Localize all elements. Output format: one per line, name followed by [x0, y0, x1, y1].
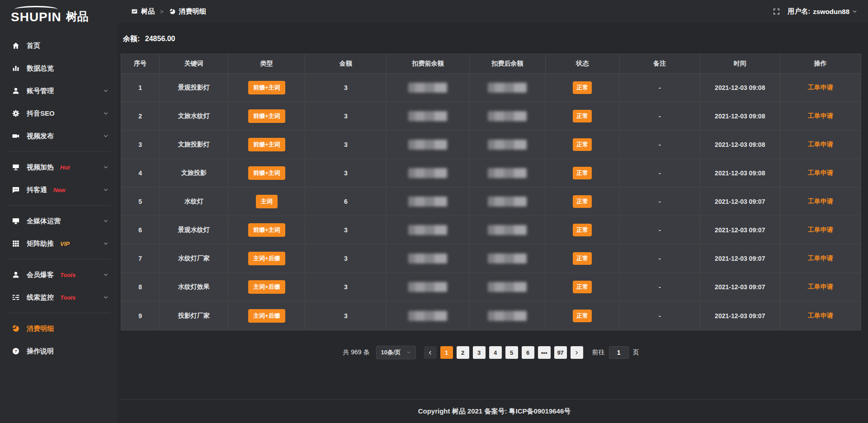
pagination-prev-button[interactable] — [424, 346, 437, 359]
masked-balance-before — [408, 225, 447, 235]
chevron-down-icon — [406, 350, 411, 355]
cell-type: 主词+后缀 — [228, 244, 305, 273]
cell-amount: 3 — [305, 301, 387, 330]
sidebar-item-douyin-seo[interactable]: 抖音SEO — [0, 102, 118, 125]
logo-arc — [14, 6, 58, 13]
balance-label: 余额: — [123, 35, 140, 42]
pagination-ellipsis[interactable]: ••• — [538, 346, 551, 359]
cell-status: 正常 — [546, 216, 620, 244]
cell-time: 2021-12-03 09:07 — [700, 244, 780, 273]
type-badge: 前缀+主词 — [248, 138, 285, 151]
sidebar-item-all-media-operation[interactable]: 全媒体运营 — [0, 210, 118, 232]
cell-action: 工单申请 — [780, 244, 861, 273]
sidebar-item-douketong[interactable]: 抖客通New — [0, 179, 118, 201]
goto-page-input[interactable] — [609, 346, 629, 359]
cell-index: 1 — [121, 74, 160, 102]
sidebar-item-label: 抖音SEO — [27, 109, 55, 118]
pagination-page-6[interactable]: 6 — [522, 346, 534, 359]
page-size-select[interactable]: 10条/页 — [376, 346, 416, 359]
cell-balance-after — [470, 188, 546, 216]
ticket-request-link[interactable]: 工单申请 — [808, 226, 833, 234]
sidebar-item-label: 抖客通 — [27, 186, 47, 194]
status-badge: 正常 — [573, 167, 592, 179]
user-menu[interactable]: 用户名: zswodun88 — [788, 7, 857, 16]
sidebar-item-operation-guide[interactable]: 操作说明 — [0, 340, 118, 362]
masked-balance-before — [408, 168, 447, 178]
sidebar-item-label: 操作说明 — [27, 347, 54, 356]
content-area: 余额: 24856.00 序号关键词类型金额扣费前余额扣费后余额状态备注时间操作… — [118, 23, 868, 385]
sidebar-item-matrix-boost[interactable]: 矩阵助推VIP — [0, 232, 118, 255]
type-badge: 主词+后缀 — [248, 252, 285, 265]
cell-status: 正常 — [546, 74, 620, 102]
column-header: 类型 — [228, 54, 305, 74]
cell-balance-before — [387, 301, 469, 330]
table-row: 8水纹灯效果主词+后缀3正常-2021-12-03 09:07工单申请 — [121, 273, 861, 301]
copyright-text: Copyright 树品 2021 备案号: 粤ICP备09019646号 — [418, 407, 571, 416]
cell-type: 主词+后缀 — [228, 301, 305, 330]
pagination-page-5[interactable]: 5 — [505, 346, 518, 359]
table-row: 1景观投影灯前缀+主词3正常-2021-12-03 09:08工单申请 — [121, 74, 861, 102]
cell-remark: - — [620, 188, 700, 216]
sidebar-divider — [7, 151, 110, 152]
sidebar-item-member-baoke[interactable]: 会员爆客Tools — [0, 263, 118, 286]
cell-index: 8 — [121, 273, 160, 301]
pagination-page-97[interactable]: 97 — [554, 346, 567, 359]
username-value: zswodun88 — [813, 8, 849, 15]
sidebar-item-data-overview[interactable]: 数据总览 — [0, 57, 118, 80]
sidebar-item-account-management[interactable]: 账号管理 — [0, 80, 118, 102]
cell-action: 工单申请 — [780, 102, 861, 131]
sidebar-item-home[interactable]: 首页 — [0, 34, 118, 57]
cell-keyword: 文旅投影灯 — [160, 131, 228, 159]
type-badge: 主词+后缀 — [248, 280, 285, 294]
masked-balance-before — [408, 111, 447, 121]
breadcrumb-root[interactable]: 树品 — [141, 7, 155, 16]
cell-status: 正常 — [546, 159, 620, 188]
sidebar-item-badge: Tools — [60, 272, 75, 278]
sidebar-item-consumption-details[interactable]: 消费明细 — [0, 317, 118, 340]
sidebar-item-video-publish[interactable]: 视频发布 — [0, 125, 118, 147]
cell-type: 主词 — [228, 188, 305, 216]
cell-status: 正常 — [546, 301, 620, 330]
pagination-page-4[interactable]: 4 — [489, 346, 502, 359]
cell-amount: 3 — [305, 244, 387, 273]
username-label: 用户名: — [788, 7, 810, 16]
table-row: 5水纹灯主词6正常-2021-12-03 09:07工单申请 — [121, 188, 861, 216]
cell-amount: 3 — [305, 159, 387, 188]
cell-action: 工单申请 — [780, 216, 861, 244]
user-icon — [12, 271, 20, 279]
sidebar-item-label: 线索监控 — [27, 293, 54, 302]
chevron-down-icon — [103, 133, 108, 139]
status-badge: 正常 — [573, 281, 592, 293]
ticket-request-link[interactable]: 工单申请 — [808, 254, 833, 263]
pagination-page-2[interactable]: 2 — [457, 346, 469, 359]
cell-keyword: 文旅投影 — [160, 159, 228, 188]
ticket-request-link[interactable]: 工单申请 — [808, 84, 833, 92]
pagination-page-3[interactable]: 3 — [473, 346, 486, 359]
ticket-request-link[interactable]: 工单申请 — [808, 169, 833, 177]
ticket-request-link[interactable]: 工单申请 — [808, 283, 833, 291]
status-badge: 正常 — [573, 252, 592, 265]
balance-value: 24856.00 — [145, 35, 175, 42]
sidebar-item-clue-monitoring[interactable]: 线索监控Tools — [0, 286, 118, 309]
sidebar-item-video-heating[interactable]: 视频加热Hot — [0, 156, 118, 179]
screen-icon — [12, 163, 20, 171]
masked-balance-before — [408, 282, 447, 292]
cell-keyword: 水纹灯厂家 — [160, 244, 228, 273]
pagination-page-1[interactable]: 1 — [440, 346, 453, 359]
type-badge: 主词 — [256, 195, 278, 208]
pagination-next-button[interactable] — [571, 346, 583, 359]
ticket-request-link[interactable]: 工单申请 — [808, 112, 833, 120]
ticket-request-link[interactable]: 工单申请 — [808, 141, 833, 149]
column-header: 备注 — [620, 54, 700, 74]
column-header: 状态 — [546, 54, 620, 74]
cell-remark: - — [620, 273, 700, 301]
ticket-request-link[interactable]: 工单申请 — [808, 312, 833, 320]
app-logo[interactable]: SHUPIN 树品 — [0, 0, 118, 28]
ticket-request-link[interactable]: 工单申请 — [808, 197, 833, 206]
masked-balance-after — [488, 197, 527, 207]
status-badge: 正常 — [573, 138, 592, 151]
cell-balance-after — [470, 244, 546, 273]
chevron-down-icon — [103, 111, 108, 116]
fullscreen-icon[interactable] — [773, 8, 780, 15]
masked-balance-after — [488, 254, 527, 263]
